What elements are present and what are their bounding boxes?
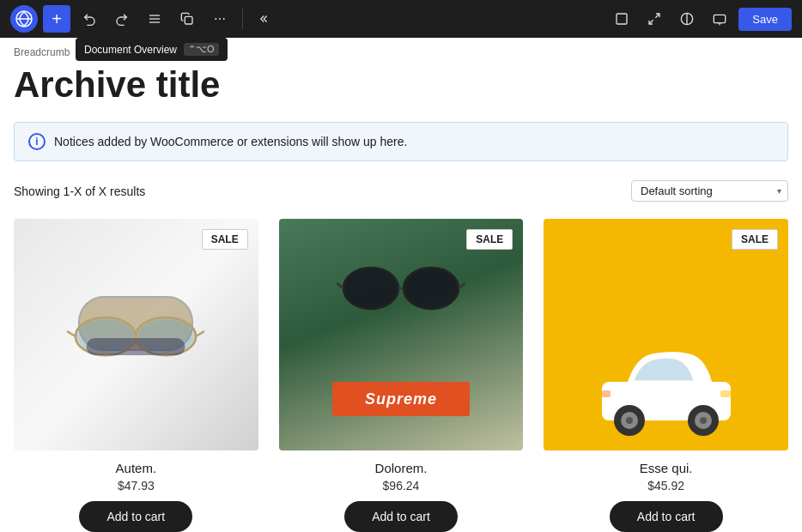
- add-to-cart-button-3[interactable]: Add to cart: [610, 501, 723, 532]
- more-options-button[interactable]: [206, 5, 234, 33]
- collapse-button[interactable]: [252, 5, 279, 33]
- sale-badge-1: SALE: [202, 229, 248, 250]
- svg-line-9: [656, 14, 660, 18]
- undo-button[interactable]: [76, 5, 103, 33]
- toolbar: + Save: [0, 0, 802, 38]
- svg-line-20: [196, 331, 204, 336]
- svg-rect-8: [617, 14, 627, 24]
- svg-point-32: [700, 417, 707, 424]
- redo-button[interactable]: [108, 5, 136, 33]
- product-price-1: $47.93: [118, 479, 155, 493]
- tooltip-text: Document Overview: [84, 44, 177, 56]
- svg-line-24: [337, 283, 343, 288]
- svg-point-29: [626, 417, 633, 424]
- svg-line-25: [459, 283, 465, 288]
- save-button[interactable]: Save: [738, 8, 792, 31]
- svg-point-17: [137, 319, 194, 354]
- main-content: Breadcrumb Archive title i Notices added…: [0, 38, 802, 532]
- product-card-3: SALE Esse qui. $45.92 Add to cart: [544, 219, 788, 532]
- results-count: Showing 1-X of X results: [14, 184, 145, 198]
- svg-point-5: [215, 18, 216, 20]
- sale-badge-2: SALE: [466, 229, 513, 250]
- preview-button[interactable]: [706, 5, 733, 33]
- product-name-2: Dolorem.: [375, 461, 428, 475]
- product-name-1: Autem.: [116, 461, 157, 475]
- product-image-toy-car: [544, 219, 788, 450]
- add-block-button[interactable]: +: [43, 5, 70, 33]
- fullscreen-button[interactable]: [641, 5, 668, 33]
- svg-rect-4: [185, 16, 192, 24]
- page-title: Archive title: [14, 63, 788, 106]
- product-card-1: SALE Autem. $47.93 Add to cart: [14, 219, 258, 532]
- notice-icon: i: [28, 133, 46, 150]
- svg-point-7: [223, 18, 225, 20]
- svg-point-6: [219, 18, 221, 20]
- svg-rect-33: [720, 390, 731, 397]
- svg-point-21: [343, 268, 398, 309]
- product-name-3: Esse qui.: [640, 461, 693, 475]
- view-mode-button[interactable]: [608, 5, 635, 33]
- dark-mode-button[interactable]: [673, 5, 701, 33]
- notice-bar: i Notices added by WooCommerce or extens…: [14, 122, 788, 161]
- toolbar-right: Save: [608, 5, 792, 33]
- add-to-cart-button-2[interactable]: Add to cart: [344, 501, 458, 532]
- product-image-sunglasses-white: [14, 219, 258, 450]
- product-grid: SALE Autem. $47.93 Add to cart Supreme: [14, 219, 788, 532]
- product-image-3: SALE: [544, 219, 788, 450]
- product-price-3: $45.92: [647, 479, 684, 493]
- notice-text: Notices added by WooCommerce or extensio…: [54, 135, 407, 148]
- add-to-cart-button-1[interactable]: Add to cart: [79, 501, 192, 532]
- separator-1: [242, 9, 243, 29]
- svg-rect-34: [602, 390, 611, 397]
- sort-select[interactable]: Default sorting Sort by popularity Sort …: [631, 180, 788, 202]
- svg-line-10: [649, 20, 653, 24]
- results-bar: Showing 1-X of X results Default sorting…: [14, 180, 788, 202]
- product-card-2: Supreme SALE Dolorem. $96.24 Add to cart: [279, 219, 524, 532]
- tooltip-shortcut: ⌃⌥O: [184, 43, 219, 56]
- svg-rect-11: [714, 15, 726, 22]
- product-image-sunglasses-dark: Supreme: [279, 219, 524, 450]
- duplicate-button[interactable]: [173, 5, 201, 33]
- sort-wrapper: Default sorting Sort by popularity Sort …: [631, 180, 788, 202]
- svg-line-19: [67, 331, 76, 336]
- product-price-2: $96.24: [383, 479, 420, 493]
- svg-point-16: [77, 319, 134, 354]
- product-image-2: Supreme SALE: [279, 219, 524, 450]
- sale-badge-3: SALE: [732, 229, 778, 250]
- document-overview-tooltip: Document Overview ⌃⌥O: [76, 38, 228, 61]
- product-image-1: SALE: [14, 219, 258, 450]
- svg-point-22: [404, 268, 459, 309]
- wp-logo[interactable]: [10, 5, 38, 33]
- list-view-button[interactable]: [141, 5, 168, 33]
